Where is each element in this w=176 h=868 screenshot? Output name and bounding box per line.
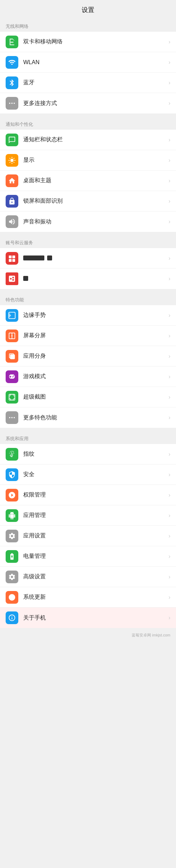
section-special-title: 特色功能 xyxy=(0,292,176,305)
sound-icon xyxy=(6,215,18,228)
item-desktop-theme[interactable]: 桌面和主题 › xyxy=(0,171,176,191)
account-sub-name-blur xyxy=(23,276,28,281)
desktop-icon xyxy=(6,174,18,187)
item-advanced[interactable]: 高级设置 › xyxy=(0,567,176,587)
svg-rect-8 xyxy=(10,278,12,279)
app-clone-label: 应用分身 xyxy=(23,352,166,360)
sound-arrow: › xyxy=(169,218,170,225)
notification-icon xyxy=(6,134,18,146)
desktop-theme-label: 桌面和主题 xyxy=(23,177,166,184)
more-features-icon xyxy=(6,411,18,424)
section-accounts-title: 账号和云服务 xyxy=(0,235,176,248)
app-clone-arrow: › xyxy=(169,353,170,359)
app-clone-icon xyxy=(6,350,18,363)
about-label: 关于手机 xyxy=(23,614,166,622)
app-management-label: 应用管理 xyxy=(23,512,166,519)
network-list: 双卡和移动网络 › WLAN › 蓝牙 › 更多连接方式 › xyxy=(0,32,176,113)
item-system-update[interactable]: 系统更新 › xyxy=(0,587,176,608)
edge-gesture-label: 边缘手势 xyxy=(23,312,166,319)
more-connections-icon xyxy=(6,97,18,110)
item-wlan[interactable]: WLAN › xyxy=(0,52,176,73)
section-network: 无线和网络 双卡和移动网络 › WLAN › 蓝牙 › xyxy=(0,18,176,113)
system-list: 指纹 › 安全 › 权限管理 › 应用管理 › xyxy=(0,444,176,628)
item-account-sub[interactable]: › xyxy=(0,269,176,289)
account-sub-arrow: › xyxy=(169,276,170,282)
advanced-label: 高级设置 xyxy=(23,573,166,580)
fingerprint-arrow: › xyxy=(169,451,170,457)
system-update-icon xyxy=(6,591,18,604)
section-notification: 通知和个性化 通知栏和状态栏 › 显示 › 桌面和主题 › xyxy=(0,116,176,232)
item-notification-bar[interactable]: 通知栏和状态栏 › xyxy=(0,130,176,150)
bluetooth-label: 蓝牙 xyxy=(23,79,166,86)
account-main-text xyxy=(23,256,166,261)
account-sub-name-row xyxy=(23,276,166,281)
section-notification-title: 通知和个性化 xyxy=(0,116,176,130)
battery-label: 电量管理 xyxy=(23,553,166,560)
svg-point-21 xyxy=(14,417,15,418)
account-main-name-blur xyxy=(23,256,44,260)
account-main-arrow: › xyxy=(169,255,170,261)
item-more-connections[interactable]: 更多连接方式 › xyxy=(0,93,176,113)
item-bluetooth[interactable]: 蓝牙 › xyxy=(0,73,176,93)
app-management-icon xyxy=(6,509,18,522)
edge-gesture-arrow: › xyxy=(169,312,170,319)
split-screen-icon xyxy=(6,330,18,342)
item-more-features[interactable]: 更多特色功能 › xyxy=(0,407,176,428)
display-label: 显示 xyxy=(23,156,166,164)
notification-list: 通知栏和状态栏 › 显示 › 桌面和主题 › 锁屏和面部识别 › xyxy=(0,130,176,232)
section-network-title: 无线和网络 xyxy=(0,18,176,32)
system-update-arrow: › xyxy=(169,594,170,601)
about-icon xyxy=(6,611,18,624)
gap-1 xyxy=(0,113,176,116)
svg-point-1 xyxy=(11,103,13,104)
permission-arrow: › xyxy=(169,492,170,498)
svg-point-19 xyxy=(9,417,11,418)
page-title: 设置 xyxy=(0,0,176,18)
item-battery[interactable]: 电量管理 › xyxy=(0,546,176,567)
item-permission[interactable]: 权限管理 › xyxy=(0,485,176,505)
dual-sim-icon xyxy=(6,36,18,48)
lockscreen-label: 锁屏和面部识别 xyxy=(23,197,166,205)
item-dual-sim[interactable]: 双卡和移动网络 › xyxy=(0,32,176,52)
item-screenshot[interactable]: 超级截图 › xyxy=(0,387,176,407)
svg-rect-10 xyxy=(12,279,14,281)
account-main-avatar xyxy=(6,252,18,265)
item-app-settings[interactable]: 应用设置 › xyxy=(0,526,176,546)
section-system: 系统和应用 指纹 › 安全 › 权限管理 › xyxy=(0,431,176,628)
item-app-management[interactable]: 应用管理 › xyxy=(0,505,176,526)
item-edge-gesture[interactable]: 边缘手势 › xyxy=(0,305,176,326)
item-fingerprint[interactable]: 指纹 › xyxy=(0,444,176,464)
special-list: 边缘手势 › 屏幕分屏 › 应用分身 › 游戏模式 › xyxy=(0,305,176,428)
item-game-mode[interactable]: 游戏模式 › xyxy=(0,367,176,387)
item-app-clone[interactable]: 应用分身 › xyxy=(0,346,176,367)
screenshot-label: 超级截图 xyxy=(23,393,166,401)
battery-arrow: › xyxy=(169,553,170,560)
battery-icon xyxy=(6,550,18,563)
edge-gesture-icon xyxy=(6,309,18,322)
item-about[interactable]: 关于手机 › xyxy=(0,608,176,628)
account-sub-avatar xyxy=(6,272,18,285)
item-sound[interactable]: 声音和振动 › xyxy=(0,211,176,232)
dual-sim-arrow: › xyxy=(169,39,170,45)
screenshot-icon xyxy=(6,391,18,404)
notification-bar-arrow: › xyxy=(169,137,170,143)
split-screen-arrow: › xyxy=(169,333,170,339)
svg-rect-9 xyxy=(12,277,14,278)
svg-rect-16 xyxy=(10,355,14,359)
item-display[interactable]: 显示 › xyxy=(0,150,176,171)
svg-point-2 xyxy=(14,103,15,104)
item-lockscreen[interactable]: 锁屏和面部识别 › xyxy=(0,191,176,211)
section-system-title: 系统和应用 xyxy=(0,431,176,444)
security-arrow: › xyxy=(169,472,170,478)
screenshot-arrow: › xyxy=(169,394,170,400)
dual-sim-label: 双卡和移动网络 xyxy=(23,38,166,45)
bluetooth-arrow: › xyxy=(169,80,170,86)
split-screen-label: 屏幕分屏 xyxy=(23,332,166,339)
security-icon xyxy=(6,468,18,481)
svg-point-20 xyxy=(11,417,13,418)
sound-label: 声音和振动 xyxy=(23,218,166,226)
item-account-main[interactable]: › xyxy=(0,248,176,269)
notification-bar-label: 通知栏和状态栏 xyxy=(23,136,166,143)
item-security[interactable]: 安全 › xyxy=(0,464,176,485)
item-split-screen[interactable]: 屏幕分屏 › xyxy=(0,326,176,346)
